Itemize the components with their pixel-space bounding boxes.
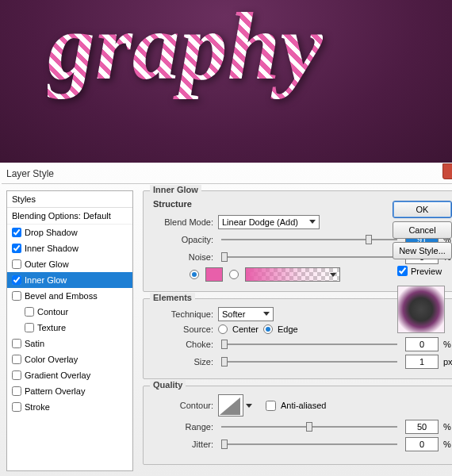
close-button[interactable]: × — [442, 163, 452, 179]
style-contour[interactable]: Contour — [7, 304, 132, 320]
color-swatch[interactable] — [205, 267, 223, 282]
style-bevel-emboss[interactable]: Bevel and Emboss — [7, 288, 132, 304]
source-center-radio[interactable] — [218, 324, 228, 334]
unit-label: % — [443, 340, 452, 349]
chevron-down-icon — [330, 273, 336, 277]
style-label: Outer Glow — [25, 259, 69, 269]
unit-label: % — [443, 440, 452, 449]
chevron-down-icon — [309, 220, 316, 224]
gradient-picker[interactable] — [245, 267, 340, 282]
radio-label: Edge — [278, 324, 298, 334]
checkbox-icon[interactable] — [12, 275, 21, 285]
size-slider[interactable] — [221, 361, 397, 363]
style-label: Pattern Overlay — [25, 386, 85, 396]
source-edge-radio[interactable] — [263, 324, 273, 334]
slider-thumb-icon[interactable] — [221, 252, 228, 262]
technique-select[interactable]: Softer — [218, 307, 274, 321]
slider-thumb-icon[interactable] — [221, 340, 228, 349]
unit-label: px — [443, 357, 452, 367]
quality-group: Quality Contour: Anti-aliased Range: 50 — [143, 386, 452, 465]
preview-checkbox[interactable] — [397, 266, 408, 276]
style-inner-shadow[interactable]: Inner Shadow — [7, 240, 132, 256]
checkbox-icon[interactable] — [12, 244, 21, 253]
source-label: Source: — [151, 324, 213, 334]
slider-thumb-icon[interactable] — [221, 440, 228, 449]
jitter-label: Jitter: — [151, 440, 213, 449]
choke-slider[interactable] — [221, 344, 397, 345]
new-style-button[interactable]: New Style... — [393, 242, 452, 259]
jitter-slider[interactable] — [221, 443, 397, 445]
size-input[interactable]: 1 — [405, 355, 439, 369]
style-inner-glow[interactable]: Inner Glow — [7, 272, 132, 288]
style-satin[interactable]: Satin — [7, 336, 132, 351]
choke-label: Choke: — [151, 340, 213, 349]
style-label: Bevel and Emboss — [25, 291, 98, 301]
layer-style-dialog: × Layer Style Styles Blending Options: D… — [0, 163, 452, 476]
noise-label: Noise: — [151, 252, 213, 262]
size-label: Size: — [151, 357, 213, 367]
style-label: Gradient Overlay — [25, 370, 90, 380]
select-value: Linear Dodge (Add) — [222, 217, 298, 227]
opacity-label: Opacity: — [151, 235, 213, 244]
style-label: Color Overlay — [25, 355, 78, 364]
color-type-gradient-radio[interactable] — [229, 270, 239, 279]
contour-label: Contour: — [151, 401, 213, 410]
style-color-overlay[interactable]: Color Overlay — [7, 351, 132, 367]
style-label: Drop Shadow — [25, 228, 78, 237]
blending-options[interactable]: Blending Options: Default — [7, 208, 132, 225]
anti-alias-label: Anti-aliased — [281, 401, 326, 410]
cancel-button[interactable]: Cancel — [393, 221, 452, 239]
checkbox-icon[interactable] — [12, 339, 21, 348]
style-label: Inner Glow — [25, 275, 67, 285]
contour-picker[interactable] — [218, 394, 243, 416]
blend-mode-label: Blend Mode: — [151, 217, 213, 227]
radio-label: Center — [232, 324, 259, 334]
color-type-solid-radio[interactable] — [190, 270, 199, 279]
technique-label: Technique: — [151, 309, 213, 319]
select-value: Softer — [222, 309, 245, 319]
slider-thumb-icon[interactable] — [306, 422, 312, 432]
canvas-artwork: graphy — [48, 0, 323, 102]
blend-mode-select[interactable]: Linear Dodge (Add) — [218, 215, 320, 229]
noise-slider[interactable] — [221, 256, 397, 258]
group-title: Inner Glow — [150, 185, 201, 194]
style-stroke[interactable]: Stroke — [7, 399, 132, 415]
style-pattern-overlay[interactable]: Pattern Overlay — [7, 383, 132, 399]
style-label: Stroke — [25, 402, 50, 412]
anti-alias-checkbox[interactable] — [266, 401, 276, 411]
checkbox-icon[interactable] — [12, 370, 21, 380]
document-canvas: graphy — [0, 0, 452, 163]
chevron-down-icon — [263, 312, 270, 316]
chevron-down-icon — [246, 404, 252, 408]
slider-thumb-icon[interactable] — [366, 235, 372, 244]
range-input[interactable]: 50 — [405, 420, 439, 434]
checkbox-icon[interactable] — [12, 386, 21, 396]
style-outer-glow[interactable]: Outer Glow — [7, 256, 132, 272]
styles-header[interactable]: Styles — [7, 191, 132, 208]
style-label: Texture — [37, 323, 66, 332]
opacity-slider[interactable] — [221, 239, 397, 240]
checkbox-icon[interactable] — [25, 323, 34, 332]
style-label: Satin — [25, 339, 44, 348]
range-label: Range: — [151, 422, 213, 432]
slider-thumb-icon[interactable] — [221, 357, 228, 367]
choke-input[interactable]: 0 — [405, 337, 439, 351]
checkbox-icon[interactable] — [12, 402, 21, 412]
group-title: Elements — [150, 293, 195, 302]
style-label: Inner Shadow — [25, 244, 79, 253]
checkbox-icon[interactable] — [25, 307, 34, 317]
jitter-input[interactable]: 0 — [405, 437, 439, 451]
checkbox-icon[interactable] — [12, 355, 21, 364]
preview-label: Preview — [411, 267, 442, 276]
group-title: Quality — [150, 380, 186, 390]
style-texture[interactable]: Texture — [7, 320, 132, 336]
checkbox-icon[interactable] — [12, 291, 21, 301]
checkbox-icon[interactable] — [12, 228, 21, 237]
dialog-buttons: OK Cancel New Style... Preview — [393, 194, 452, 338]
range-slider[interactable] — [221, 426, 397, 428]
style-drop-shadow[interactable]: Drop Shadow — [7, 225, 132, 240]
style-gradient-overlay[interactable]: Gradient Overlay — [7, 367, 132, 383]
style-label: Contour — [37, 307, 68, 317]
ok-button[interactable]: OK — [393, 201, 452, 218]
checkbox-icon[interactable] — [12, 259, 21, 269]
